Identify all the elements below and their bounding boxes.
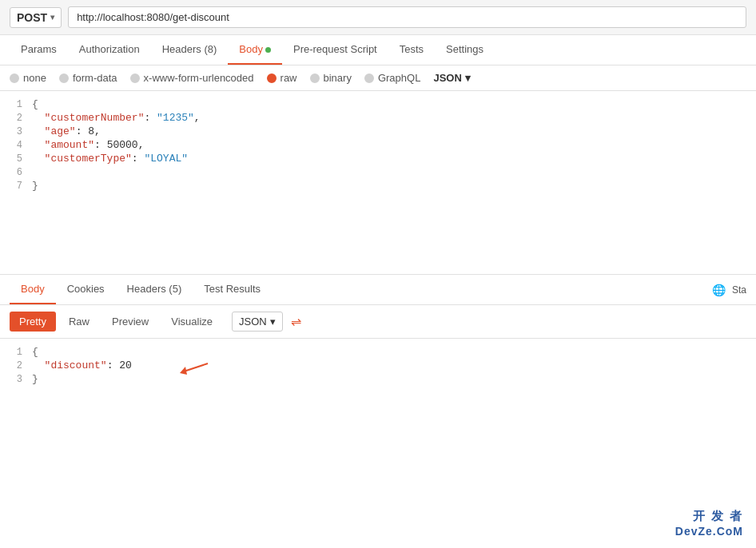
tab-params[interactable]: Params [10, 35, 68, 65]
line-num-4: 4 [0, 139, 32, 151]
request-line-6: 6 [0, 165, 756, 179]
view-tab-preview[interactable]: Preview [102, 312, 158, 332]
resp-line-content-2: "discount": 20 [32, 359, 756, 371]
request-line-4: 4 "amount": 50000, [0, 138, 756, 152]
radio-none [10, 73, 19, 83]
line-content-2: "customerNumber": "1235", [32, 112, 756, 124]
response-tab-test-results[interactable]: Test Results [193, 275, 272, 304]
tab-tests[interactable]: Tests [388, 35, 435, 65]
line-content-4: "amount": 50000, [32, 139, 756, 151]
response-json-select[interactable]: JSON ▾ [232, 312, 283, 332]
line-content-3: "age": 8, [32, 125, 756, 137]
body-type-raw[interactable]: raw [267, 72, 297, 84]
globe-icon: 🌐 [712, 284, 726, 296]
method-chevron: ▾ [50, 13, 54, 22]
tab-headers[interactable]: Headers (8) [151, 35, 229, 65]
body-type-none[interactable]: none [10, 72, 46, 84]
tab-body[interactable]: Body [228, 35, 282, 65]
response-line-2: 2 "discount": 20 [0, 359, 756, 372]
view-tab-visualize[interactable]: Visualize [161, 312, 222, 332]
radio-graphql [364, 73, 374, 83]
request-line-2: 2 "customerNumber": "1235", [0, 111, 756, 125]
response-line-3: 3 } [0, 372, 756, 386]
line-content-6 [32, 166, 756, 178]
wrap-lines-icon[interactable]: ⇌ [291, 314, 301, 329]
line-content-7: } [32, 180, 756, 192]
response-tab-body[interactable]: Body [10, 275, 56, 304]
response-tab-cookies[interactable]: Cookies [56, 275, 116, 304]
resp-line-content-3: } [32, 373, 756, 385]
request-line-1: 1 { [0, 97, 756, 111]
method-label: POST [17, 11, 47, 24]
line-num-6: 6 [0, 166, 32, 178]
body-dot-indicator [265, 47, 271, 53]
line-num-2: 2 [0, 112, 32, 124]
body-type-urlencoded[interactable]: x-www-form-urlencoded [130, 72, 254, 84]
line-content-5: "customerType": "LOYAL" [32, 153, 756, 165]
svg-line-0 [184, 363, 208, 371]
response-tab-headers[interactable]: Headers (5) [116, 275, 193, 304]
radio-binary [310, 73, 320, 83]
response-section: Body Cookies Headers (5) Test Results 🌐 … [0, 275, 756, 435]
radio-raw [267, 73, 277, 83]
request-line-3: 3 "age": 8, [0, 125, 756, 138]
resp-line-num-3: 3 [0, 373, 32, 385]
svg-marker-1 [180, 367, 187, 375]
line-content-1: { [32, 98, 756, 110]
response-line-1: 1 { [0, 345, 756, 359]
arrow-svg [176, 357, 216, 376]
url-bar: POST ▾ [0, 0, 756, 35]
line-num-3: 3 [0, 125, 32, 137]
line-num-5: 5 [0, 153, 32, 165]
status-text: Sta [732, 284, 746, 296]
body-type-bar: none form-data x-www-form-urlencoded raw… [0, 66, 756, 91]
line-num-1: 1 [0, 98, 32, 110]
request-line-7: 7 } [0, 179, 756, 193]
view-tabs-bar: Pretty Raw Preview Visualize JSON ▾ ⇌ [0, 305, 756, 339]
response-right-area: 🌐 Sta [712, 284, 746, 296]
view-tab-raw[interactable]: Raw [59, 312, 99, 332]
response-code-area: 1 { 2 "discount": 20 3 } [0, 339, 756, 435]
json-format-select[interactable]: JSON ▾ [433, 72, 470, 84]
response-tabs-bar: Body Cookies Headers (5) Test Results 🌐 … [0, 275, 756, 305]
tab-settings[interactable]: Settings [435, 35, 495, 65]
request-tabs-bar: Params Authorization Headers (8) Body Pr… [0, 35, 756, 66]
body-type-graphql[interactable]: GraphQL [364, 72, 420, 84]
body-type-form-data[interactable]: form-data [59, 72, 117, 84]
resp-line-num-1: 1 [0, 346, 32, 358]
body-type-binary[interactable]: binary [310, 72, 352, 84]
radio-urlencoded [130, 73, 140, 83]
arrow-annotation [176, 357, 216, 376]
method-selector[interactable]: POST ▾ [10, 7, 62, 28]
resp-line-num-2: 2 [0, 359, 32, 371]
url-input[interactable] [68, 6, 746, 28]
resp-line-content-1: { [32, 346, 756, 358]
tab-pre-request-script[interactable]: Pre-request Script [282, 35, 388, 65]
request-code-editor[interactable]: 1 { 2 "customerNumber": "1235", 3 "age":… [0, 91, 756, 275]
tab-authorization[interactable]: Authorization [68, 35, 151, 65]
request-line-5: 5 "customerType": "LOYAL" [0, 152, 756, 165]
view-tab-pretty[interactable]: Pretty [10, 312, 56, 332]
line-num-7: 7 [0, 180, 32, 192]
radio-form-data [59, 73, 69, 83]
